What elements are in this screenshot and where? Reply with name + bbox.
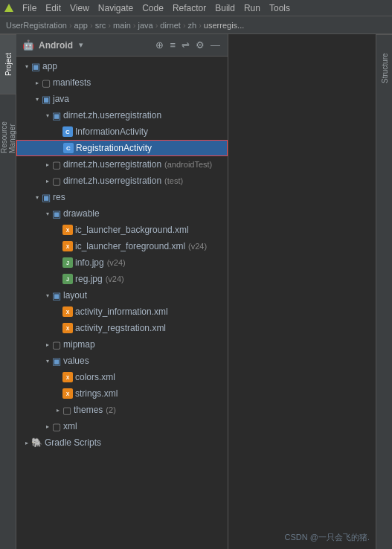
tree-item-suffix: (v24): [107, 258, 126, 267]
tree-item-icon: X: [62, 388, 73, 399]
tab-project[interactable]: Project: [0, 34, 16, 94]
menu-tools[interactable]: Tools: [265, 0, 295, 16]
breadcrumb: UserRegistration › app › src › main › ja…: [0, 16, 392, 34]
tree-item-label: res: [53, 192, 65, 202]
panel-icons: ⊕ ≡ ⇌ ⚙ —: [154, 38, 222, 52]
breadcrumb-src[interactable]: src: [95, 21, 106, 30]
tree-item-strings_xml[interactable]: X strings.xml: [16, 385, 228, 402]
folder-icon: ▢: [52, 159, 61, 170]
tree-item-ic_launcher_background[interactable]: X ic_launcher_background.xml: [16, 222, 228, 238]
tree-item-icon: J: [62, 257, 73, 268]
tree-item-suffix: (2): [106, 405, 115, 414]
breadcrumb-app[interactable]: app: [74, 21, 88, 30]
menu-navigate[interactable]: Navigate: [94, 0, 138, 16]
tree-item-colors_xml[interactable]: X colors.xml: [16, 369, 228, 385]
menu-run[interactable]: Run: [240, 0, 265, 16]
folder-icon: ▣: [42, 192, 51, 203]
tree-item-label: InformationActivity: [75, 126, 148, 137]
image-icon: J: [62, 257, 73, 268]
tree-item-mipmap[interactable]: ▢ mipmap: [16, 336, 228, 353]
panel-icon-add[interactable]: ⊕: [154, 38, 165, 52]
menu-refactor[interactable]: Refactor: [168, 0, 211, 16]
tree-item-activity_information[interactable]: X activity_information.xml: [16, 304, 228, 320]
tree-item-icon: X: [62, 323, 73, 333]
tree-item-icon: C: [62, 126, 73, 137]
menu-edit[interactable]: Edit: [41, 0, 65, 16]
tree-item-label: activity_regstration.xml: [75, 323, 166, 333]
tree-item-dirnet.zh.userregistration.test2[interactable]: ▢ dirnet.zh.userregistration (test): [16, 173, 228, 189]
tree-item-dirnet.zh.userregistration.test1[interactable]: ▢ dirnet.zh.userregistration (androidTes…: [16, 156, 228, 173]
tree-item-label: app: [42, 61, 57, 71]
breadcrumb-project[interactable]: UserRegistration: [6, 21, 67, 30]
tab-resource-manager[interactable]: Resource Manager: [0, 94, 16, 153]
main-layout: Project Resource Manager 🤖 Android ▾ ⊕ ≡…: [0, 34, 392, 549]
tree-item-label: dirnet.zh.userregistration: [63, 110, 161, 121]
gradle-icon: 🐘: [31, 437, 42, 448]
tree-item-layout[interactable]: ▣ layout: [16, 287, 228, 304]
tree-item-icon: ▢: [42, 77, 51, 89]
tree-item-label: ic_launcher_foreground.xml: [75, 241, 185, 251]
tree-item-icon: X: [62, 225, 73, 235]
menu-file[interactable]: File: [18, 0, 41, 16]
breadcrumb-dirnet[interactable]: dirnet: [160, 21, 181, 30]
tree-item-ic_launcher_foreground[interactable]: X ic_launcher_foreground.xml (v24): [16, 238, 228, 254]
tree-item-label: colors.xml: [75, 372, 115, 382]
file-tree: ▣ app ▢ manifests ▣ java ▣ dirnet.zh.use…: [16, 57, 228, 549]
tree-item-icon: ▣: [42, 192, 51, 203]
tree-item-label: drawable: [63, 208, 100, 219]
tree-item-themes[interactable]: ▢ themes (2): [16, 402, 228, 418]
tree-item-icon: ▢: [62, 405, 71, 416]
panel-icon-list[interactable]: ≡: [168, 38, 177, 52]
tree-item-label: layout: [63, 290, 87, 301]
tree-item-manifests[interactable]: ▢ manifests: [16, 74, 228, 91]
tree-item-icon: ▣: [42, 94, 51, 105]
tree-item-icon: ▢: [52, 421, 61, 432]
breadcrumb-zh[interactable]: zh: [188, 21, 197, 30]
menu-code[interactable]: Code: [138, 0, 168, 16]
xml-icon: X: [62, 306, 73, 317]
breadcrumb-main[interactable]: main: [113, 21, 131, 30]
xml-icon: X: [62, 388, 73, 399]
tree-item-RegistrationActivity[interactable]: C RegistrationActivity: [16, 140, 228, 156]
breadcrumb-java[interactable]: java: [138, 21, 152, 30]
tree-item-java[interactable]: ▣ java: [16, 91, 228, 107]
android-icon: 🤖: [22, 39, 34, 51]
tree-item-label: RegistrationActivity: [76, 143, 152, 153]
panel-icon-minimize[interactable]: —: [209, 38, 222, 52]
tree-item-icon: C: [63, 143, 74, 153]
xml-icon: X: [62, 225, 73, 235]
tree-item-icon: J: [62, 274, 73, 284]
app-logo: [3, 2, 15, 14]
tree-item-xml[interactable]: ▢ xml: [16, 418, 228, 434]
tree-item-InformationActivity[interactable]: C InformationActivity: [16, 123, 228, 140]
xml-icon: X: [62, 372, 73, 382]
folder-icon: ▣: [52, 356, 61, 367]
tree-item-drawable[interactable]: ▣ drawable: [16, 205, 228, 222]
panel-title: Android: [39, 40, 73, 51]
tree-item-label: xml: [63, 421, 77, 431]
tree-item-reg_jpg[interactable]: J reg.jpg (v24): [16, 271, 228, 287]
panel-dropdown-arrow[interactable]: ▾: [79, 40, 83, 50]
breadcrumb-userregis[interactable]: userregis...: [204, 21, 244, 30]
tree-item-app[interactable]: ▣ app: [16, 58, 228, 74]
project-panel: 🤖 Android ▾ ⊕ ≡ ⇌ ⚙ — ▣ app ▢ manifests …: [16, 34, 228, 549]
tab-structure[interactable]: Structure: [376, 34, 393, 101]
menu-build[interactable]: Build: [211, 0, 240, 16]
tree-item-label: mipmap: [63, 339, 95, 350]
tree-item-values[interactable]: ▣ values: [16, 353, 228, 369]
tree-arrow-collapsed: [43, 178, 52, 184]
panel-icon-sync[interactable]: ⇌: [180, 38, 191, 52]
tree-item-label: info.jpg: [75, 257, 104, 268]
tree-item-activity_regstration[interactable]: X activity_regstration.xml: [16, 320, 228, 336]
tree-arrow-expanded: [43, 211, 52, 217]
folder-icon: ▣: [52, 110, 61, 121]
panel-icon-settings[interactable]: ⚙: [194, 38, 206, 52]
tree-item-dirnet.zh.userregistration[interactable]: ▣ dirnet.zh.userregistration: [16, 107, 228, 123]
tree-item-gradle_scripts[interactable]: 🐘 Gradle Scripts: [16, 434, 228, 451]
tree-item-label: manifests: [53, 77, 91, 88]
tree-arrow-collapsed: [43, 341, 52, 348]
tree-item-label: dirnet.zh.userregistration: [63, 159, 161, 170]
tree-item-info_jpg[interactable]: J info.jpg (v24): [16, 254, 228, 271]
menu-view[interactable]: View: [65, 0, 94, 16]
tree-item-res[interactable]: ▣ res: [16, 189, 228, 205]
